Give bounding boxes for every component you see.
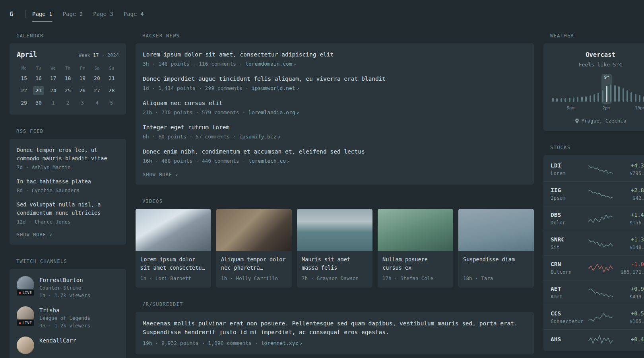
- hn-item-meta: 3h · 148 points · 116 comments · loremdo…: [143, 60, 527, 68]
- twitch-widget-title: TWITCH CHANNELS: [16, 258, 126, 264]
- hn-item-title[interactable]: Aliquam nec cursus elit: [143, 99, 527, 107]
- stock-row[interactable]: CCS Consectetur +0.51% $165.84: [543, 305, 644, 329]
- live-badge: LIVE: [16, 319, 35, 327]
- rss-item-title[interactable]: Donec tempor eros leo, ut commodo mauris…: [17, 146, 119, 163]
- calendar-day: 17: [46, 74, 60, 83]
- calendar-day: 30: [31, 98, 46, 107]
- stock-row[interactable]: CRN Bitcorn -1.00% $66,171.48: [543, 255, 644, 280]
- nav-tab[interactable]: Page 2: [63, 8, 83, 19]
- stock-change: +1.36%: [617, 235, 644, 243]
- stock-price: $66,171.48: [617, 268, 644, 276]
- stock-ticker: AET: [551, 285, 584, 293]
- channel-name[interactable]: ForrestBurton: [39, 276, 90, 284]
- video-card[interactable]: Lorem ipsum dolor sit amet consectetu… 1…: [136, 209, 211, 288]
- hn-item-title[interactable]: Donec enim nibh, condimentum et accumsan…: [143, 148, 527, 156]
- video-title[interactable]: Lorem ipsum dolor sit amet consectetu…: [136, 251, 211, 272]
- nav-tab[interactable]: Page 4: [124, 8, 144, 19]
- video-meta: 1h · Lori Barnett: [136, 272, 211, 288]
- dashboard: CALENDAR April Week 17 · 2024 MoTuWeThFr…: [0, 28, 644, 358]
- video-card[interactable]: Aliquam tempor dolor nec pharetra… 1h · …: [216, 209, 292, 288]
- video-title[interactable]: Mauris sit amet massa felis: [297, 251, 372, 272]
- weather-bar: [556, 98, 558, 102]
- video-card[interactable]: Mauris sit amet massa felis 7h · Grayson…: [297, 209, 372, 288]
- video-meta: 17h · Stefan Cole: [378, 272, 453, 288]
- hn-item-stats: 3h · 148 points · 116 comments ·: [143, 61, 242, 67]
- rss-item: In hac habitasse platea 8d · Cynthia Sau…: [17, 177, 119, 194]
- rss-item-title[interactable]: Sed volutpat nulla nisl, a condimentum n…: [17, 200, 119, 217]
- hn-show-more-button[interactable]: SHOW MORE ∨: [143, 172, 178, 177]
- weekday-label: Th: [60, 66, 75, 70]
- stock-change: +2.84%: [617, 186, 644, 194]
- external-link-icon: ↗: [278, 134, 281, 140]
- chevron-down-icon: ∨: [49, 233, 52, 237]
- subreddit-widget: /R/SUBREDDIT Maecenas mollis pulvinar er…: [136, 301, 534, 354]
- weekday-label: Mo: [17, 66, 31, 70]
- hn-item-title[interactable]: Lorem ipsum dolor sit amet, consectetur …: [143, 51, 527, 59]
- hn-item-stats: 6h · 60 points · 57 comments ·: [143, 134, 236, 140]
- stock-price: $42.04: [617, 194, 644, 202]
- external-link-icon: ↗: [299, 341, 302, 346]
- stocks-widget: STOCKS LDI Lorem +4.35% $795.18: [543, 144, 644, 351]
- video-card[interactable]: Nullam posuere cursus ex 17h · Stefan Co…: [378, 209, 453, 288]
- hn-item-domain-link[interactable]: loremdomain.com↗: [245, 61, 296, 67]
- rss-item: Donec tempor eros leo, ut commodo mauris…: [17, 146, 119, 171]
- stock-row[interactable]: SNRC Sit +1.36% $148.64: [543, 231, 644, 255]
- hn-item-title[interactable]: Integer eget rutrum lorem: [143, 123, 527, 132]
- stock-row[interactable]: IIG Ipsum +2.84% $42.04: [543, 181, 644, 206]
- stock-row[interactable]: LDI Lorem +4.35% $795.18: [543, 157, 644, 181]
- weather-chart-bars: 9°: [552, 84, 644, 102]
- nav-tab[interactable]: Page 3: [93, 8, 113, 19]
- stock-sparkline: [588, 288, 613, 298]
- weather-time-label: 2pm: [602, 105, 610, 111]
- hn-item-meta: 21h · 710 points · 579 comments · loreml…: [143, 109, 527, 117]
- external-link-icon: ↗: [287, 159, 290, 164]
- channel-viewers: 1h · 1.7k viewers: [39, 292, 90, 299]
- hn-item-domain-link[interactable]: loremtech.co↗: [248, 158, 290, 164]
- twitch-channel[interactable]: LIVE Trisha League of Legends 3h · 1.2k …: [17, 306, 119, 329]
- hn-item-domain: ipsumify.biz: [239, 134, 277, 140]
- avatar: LIVE: [17, 306, 34, 324]
- stock-change: +0.46%: [617, 335, 644, 343]
- reddit-post-title[interactable]: Maecenas mollis pulvinar erat non posuer…: [143, 319, 527, 337]
- twitch-channel[interactable]: LIVE ForrestBurton Counter-Strike 1h · 1…: [17, 276, 119, 299]
- stock-row[interactable]: DBS Dolor +1.42% $156.28: [543, 206, 644, 231]
- rss-card: Donec tempor eros leo, ut commodo mauris…: [10, 139, 126, 245]
- hacker-news-widget: HACKER NEWS Lorem ipsum dolor sit amet, …: [136, 33, 534, 185]
- video-title[interactable]: Aliquam tempor dolor nec pharetra…: [216, 251, 292, 272]
- rss-item-title[interactable]: In hac habitasse platea: [17, 177, 119, 186]
- external-link-icon: ↗: [293, 62, 296, 67]
- stock-row[interactable]: AET Amet +0.92% $499.72: [543, 280, 644, 305]
- video-title[interactable]: Nullam posuere cursus ex: [378, 251, 453, 272]
- videos-widget: VIDEOS Lorem ipsum dolor sit amet consec…: [136, 198, 534, 288]
- video-thumbnail: [216, 209, 292, 251]
- twitch-channel[interactable]: KendallCarr: [17, 337, 119, 354]
- channel-info: KendallCarr: [39, 337, 76, 344]
- stock-row[interactable]: AHS +0.46%: [543, 329, 644, 349]
- weather-location: Prague, Czechia: [551, 118, 644, 124]
- videos-widget-title: VIDEOS: [142, 198, 534, 204]
- video-meta: 1h · Molly Carrillo: [216, 272, 292, 288]
- hn-item-domain: loremdomain.com: [245, 61, 292, 67]
- hn-item-domain-link[interactable]: ipsumworld.net↗: [252, 85, 299, 91]
- channel-viewers: 3h · 1.2k viewers: [39, 322, 90, 329]
- weather-condition: Overcast: [551, 51, 644, 58]
- weather-bar: [561, 98, 562, 102]
- channel-name[interactable]: Trisha: [39, 306, 90, 314]
- rss-show-more-button[interactable]: SHOW MORE ∨: [17, 232, 52, 237]
- stock-values: +0.92% $499.72: [617, 285, 644, 300]
- video-title[interactable]: Suspendisse diam: [458, 251, 534, 272]
- hn-item-domain-link[interactable]: loremlandia.org↗: [248, 109, 299, 115]
- live-badge: LIVE: [16, 289, 35, 296]
- location-pin-icon: [575, 118, 579, 124]
- stock-name: Sit: [551, 243, 584, 251]
- app-logo[interactable]: G: [10, 10, 21, 18]
- video-card[interactable]: Suspendisse diam 18h · Tara: [458, 209, 534, 288]
- weather-bar: [618, 86, 620, 102]
- nav-tab[interactable]: Page 1: [32, 8, 52, 19]
- calendar-day: 22: [17, 86, 31, 95]
- hn-item-domain-link[interactable]: ipsumify.biz↗: [239, 134, 281, 140]
- hn-item-title[interactable]: Donec imperdiet augue tincidunt felis al…: [143, 75, 527, 83]
- channel-name[interactable]: KendallCarr: [39, 337, 76, 344]
- avatar: LIVE: [17, 276, 34, 294]
- reddit-post-domain-link[interactable]: loremnet.xyz↗: [261, 340, 302, 346]
